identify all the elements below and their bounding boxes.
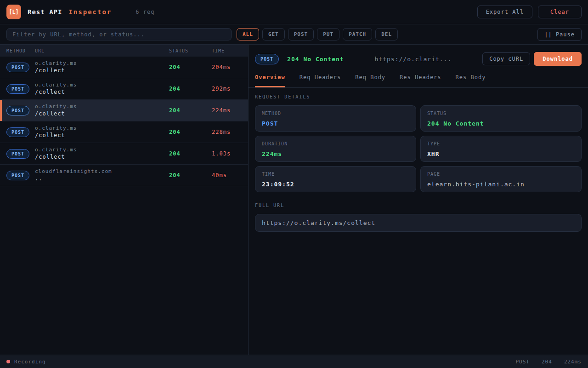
recording-label: Recording [14,359,46,365]
table-row[interactable]: POST o.clarity.ms /collect 204 1.03s [0,143,248,165]
request-domain: o.clarity.ms [35,103,169,110]
method-badge: POST [6,84,29,94]
status-code: 204 [169,64,212,70]
type-card-value: XHR [427,150,575,157]
type-card-label: TYPE [427,141,575,146]
tab-res-body[interactable]: Res Body [456,74,486,87]
recording-dot-icon [6,360,10,363]
status-code: 204 [169,86,212,92]
clear-button[interactable]: Clear [538,6,582,18]
status-bar-status: 204 [542,359,552,365]
request-path: /collect [35,67,169,75]
table-row[interactable]: POST cloudflareinsights.com .. 204 40ms [0,165,248,186]
filter-get-button[interactable]: GET [262,28,285,40]
filter-all-button[interactable]: ALL [237,28,259,40]
status-card-value: 204 No Content [427,120,575,127]
filter-toolbar: ALL GET POST PUT PATCH DEL || Pause [0,24,588,45]
filter-patch-button[interactable]: PATCH [343,28,372,40]
main-content: METHOD URL STATUS TIME POST o.clarity.ms… [0,45,588,355]
filter-put-button[interactable]: PUT [317,28,339,40]
detail-body: REQUEST DETAILS METHOD POST STATUS 204 N… [249,88,588,355]
status-code: 204 [169,129,212,135]
request-detail-panel: POST 204 No Content https://o.clarit... … [249,45,588,355]
table-row[interactable]: POST o.clarity.ms /collect 204 228ms [0,121,248,143]
method-card-value: POST [262,120,409,127]
table-header: METHOD URL STATUS TIME [0,45,248,57]
tab-overview[interactable]: Overview [255,74,285,87]
column-header-time: TIME [212,48,248,53]
request-path: /collect [35,132,169,139]
detail-cards-grid: METHOD POST STATUS 204 No Content DURATI… [255,105,582,192]
time-card-label: TIME [262,172,409,177]
table-row[interactable]: POST o.clarity.ms /collect 204 204ms [0,57,248,78]
status-bar-method: POST [516,359,530,365]
duration-card: DURATION 224ms [255,136,416,162]
filter-post-button[interactable]: POST [288,28,314,40]
status-card-label: STATUS [427,111,575,116]
request-time: 224ms [212,107,248,114]
status-bar: Recording POST 204 224ms [0,355,588,368]
request-domain: o.clarity.ms [35,60,169,67]
method-badge: POST [6,127,29,137]
status-code: 204 [169,172,212,178]
rest-api-inspector-app: [L] Rest API Inspector 6 req Export All … [0,0,588,368]
request-path: /collect [35,88,169,96]
method-badge: POST [6,106,29,115]
tab-req-body[interactable]: Req Body [355,74,385,87]
page-card-label: PAGE [427,172,575,177]
detail-status-text: 204 No Content [287,56,344,63]
request-time: 204ms [212,64,248,70]
method-badge: POST [6,63,29,72]
duration-card-label: DURATION [262,141,409,146]
tab-res-headers[interactable]: Res Headers [400,74,441,87]
request-domain: o.clarity.ms [35,125,169,132]
request-path: /collect [35,110,169,118]
request-domain: o.clarity.ms [35,81,169,88]
tab-req-headers[interactable]: Req Headers [300,74,341,87]
type-card: TYPE XHR [420,136,582,162]
filter-del-button[interactable]: DEL [375,28,398,40]
table-row[interactable]: POST o.clarity.ms /collect 204 292ms [0,78,248,100]
status-code: 204 [169,150,212,157]
request-path: .. [35,175,169,183]
request-domain: o.clarity.ms [35,146,169,153]
duration-card-value: 224ms [262,150,409,157]
method-badge: POST [6,149,29,159]
detail-url-truncated: https://o.clarit... [344,56,483,63]
app-header: [L] Rest API Inspector 6 req Export All … [0,0,588,24]
time-card-value: 23:09:52 [262,181,409,188]
column-header-method: METHOD [6,48,35,53]
detail-tabs: Overview Req Headers Req Body Res Header… [249,68,588,88]
export-all-button[interactable]: Export All [477,6,532,18]
page-card: PAGE elearn.bits-pilani.ac.in [420,166,582,192]
request-time: 228ms [212,129,248,135]
status-bar-time: 224ms [564,359,582,365]
request-time: 40ms [212,172,248,178]
request-time: 1.03s [212,150,248,157]
method-filter-group: ALL GET POST PUT PATCH DEL [237,28,398,40]
method-card-label: METHOD [262,111,409,116]
detail-header: POST 204 No Content https://o.clarit... … [249,45,588,68]
request-count: 6 req [136,9,154,15]
status-code: 204 [169,107,212,114]
app-title-accent: Inspector [68,8,112,16]
copy-curl-button[interactable]: Copy cURL [482,52,530,65]
table-row-selected[interactable]: POST o.clarity.ms /collect 204 224ms [0,100,248,121]
column-header-url: URL [35,48,169,53]
column-header-status: STATUS [169,48,212,53]
pause-button[interactable]: || Pause [537,28,582,41]
full-url-value: https://o.clarity.ms/collect [255,214,582,232]
filter-input[interactable] [6,28,232,40]
app-title: Rest API [28,8,62,16]
method-badge: POST [6,171,29,180]
request-details-section-title: REQUEST DETAILS [255,94,582,99]
request-domain: cloudflareinsights.com [35,168,169,175]
method-card: METHOD POST [255,105,416,132]
request-time: 292ms [212,86,248,92]
status-card: STATUS 204 No Content [420,105,582,132]
app-logo-icon: [L] [6,5,21,19]
request-path: /collect [35,153,169,161]
detail-method-badge: POST [255,54,279,64]
download-button[interactable]: Download [534,52,582,66]
page-card-value: elearn.bits-pilani.ac.in [427,181,575,188]
